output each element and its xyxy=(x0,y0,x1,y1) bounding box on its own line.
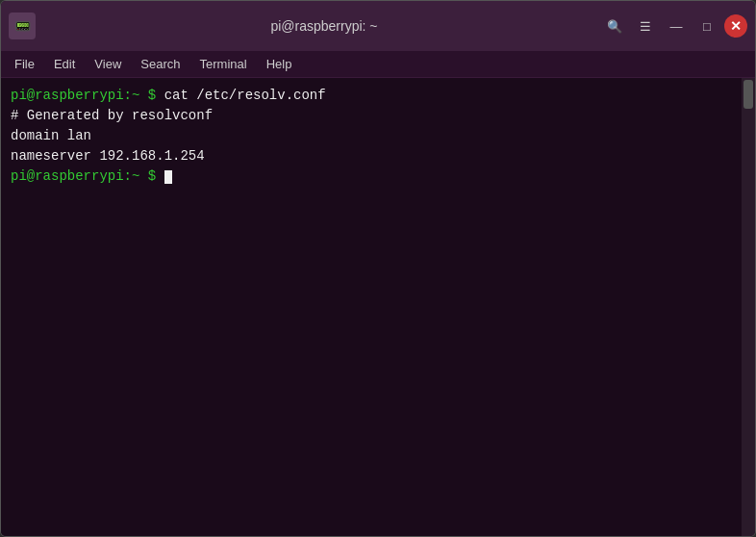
close-button[interactable]: ✕ xyxy=(724,14,747,38)
terminal-line-4: nameserver 192.168.1.254 xyxy=(11,146,732,166)
terminal-content[interactable]: pi@raspberrypi:~ $ cat /etc/resolv.conf … xyxy=(1,78,742,536)
menu-button[interactable]: ☰ xyxy=(632,13,659,39)
command-1: cat /etc/resolv.conf xyxy=(164,88,326,103)
cursor xyxy=(164,170,172,184)
output-line-3: nameserver 192.168.1.254 xyxy=(11,148,205,164)
terminal-line-1: pi@raspberrypi:~ $ cat /etc/resolv.conf xyxy=(11,86,732,106)
terminal-line-3: domain lan xyxy=(11,126,732,146)
terminal-line-5: pi@raspberrypi:~ $ xyxy=(11,166,732,187)
scrollbar-thumb[interactable] xyxy=(743,80,753,109)
window-title: pi@raspberrypi: ~ xyxy=(47,18,601,34)
menu-help[interactable]: Help xyxy=(257,55,302,73)
search-button[interactable]: 🔍 xyxy=(601,13,628,39)
terminal-window: 📟 pi@raspberrypi: ~ 🔍 ☰ — □ ✕ File Edit … xyxy=(0,0,756,537)
menu-view[interactable]: View xyxy=(85,55,131,73)
menu-file[interactable]: File xyxy=(5,55,44,73)
scrollbar[interactable] xyxy=(742,78,755,536)
menu-terminal[interactable]: Terminal xyxy=(190,55,257,73)
menu-bar: File Edit View Search Terminal Help xyxy=(1,51,755,78)
title-bar: 📟 pi@raspberrypi: ~ 🔍 ☰ — □ ✕ xyxy=(1,1,755,51)
terminal-icon: 📟 xyxy=(9,13,36,39)
output-line-1: # Generated by resolvconf xyxy=(11,108,213,123)
menu-search[interactable]: Search xyxy=(131,55,189,73)
prompt-2: pi@raspberrypi:~ $ xyxy=(11,168,156,184)
menu-edit[interactable]: Edit xyxy=(44,55,85,73)
maximize-button[interactable]: □ xyxy=(693,13,720,39)
minimize-button[interactable]: — xyxy=(663,13,690,39)
window-controls: 🔍 ☰ — □ ✕ xyxy=(601,13,747,39)
title-bar-left: 📟 xyxy=(9,13,47,39)
terminal-line-2: # Generated by resolvconf xyxy=(11,106,732,126)
output-line-2: domain lan xyxy=(11,128,91,143)
terminal-body: pi@raspberrypi:~ $ cat /etc/resolv.conf … xyxy=(1,78,755,536)
prompt-1: pi@raspberrypi:~ $ xyxy=(11,88,156,103)
